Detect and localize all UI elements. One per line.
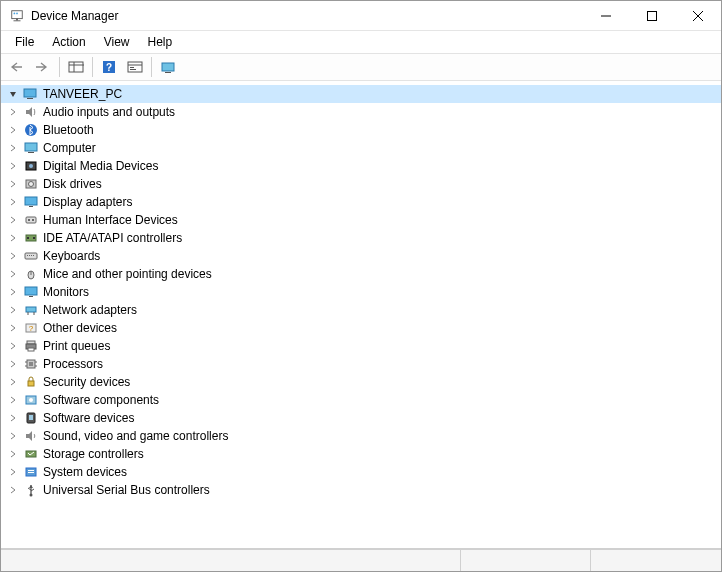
properties-button[interactable] [123, 56, 147, 78]
device-manager-icon [9, 8, 25, 24]
expander-closed-icon[interactable] [7, 358, 19, 370]
close-button[interactable] [675, 1, 721, 31]
svg-rect-6 [648, 11, 657, 20]
svg-rect-46 [26, 307, 36, 312]
device-category-node[interactable]: Bluetooth [1, 121, 721, 139]
forward-button[interactable] [31, 56, 55, 78]
back-button[interactable] [5, 56, 29, 78]
device-category-node[interactable]: Storage controllers [1, 445, 721, 463]
svg-rect-44 [25, 287, 37, 295]
expander-closed-icon[interactable] [7, 142, 19, 154]
expander-closed-icon[interactable] [7, 286, 19, 298]
expander-closed-icon[interactable] [7, 376, 19, 388]
expander-closed-icon[interactable] [7, 340, 19, 352]
expander-open-icon[interactable] [7, 88, 19, 100]
svg-point-26 [29, 164, 33, 168]
svg-rect-20 [24, 89, 36, 97]
scan-hardware-button[interactable] [156, 56, 180, 78]
device-category-node[interactable]: ?Other devices [1, 319, 721, 337]
network-icon [23, 302, 39, 318]
expander-closed-icon[interactable] [7, 196, 19, 208]
svg-rect-38 [27, 255, 28, 256]
expander-closed-icon[interactable] [7, 124, 19, 136]
device-category-label: Software components [43, 393, 159, 407]
expander-closed-icon[interactable] [7, 394, 19, 406]
root-label: TANVEER_PC [43, 87, 122, 101]
expander-closed-icon[interactable] [7, 232, 19, 244]
maximize-button[interactable] [629, 1, 675, 31]
device-category-label: Bluetooth [43, 123, 94, 137]
device-category-node[interactable]: Print queues [1, 337, 721, 355]
expander-closed-icon[interactable] [7, 412, 19, 424]
svg-rect-16 [130, 67, 134, 68]
expander-closed-icon[interactable] [7, 106, 19, 118]
expander-closed-icon[interactable] [7, 484, 19, 496]
svg-rect-53 [28, 348, 34, 351]
device-category-node[interactable]: Keyboards [1, 247, 721, 265]
expander-closed-icon[interactable] [7, 178, 19, 190]
device-category-label: Network adapters [43, 303, 137, 317]
device-category-node[interactable]: Sound, video and game controllers [1, 427, 721, 445]
help-button[interactable]: ? [97, 56, 121, 78]
device-category-node[interactable]: Mice and other pointing devices [1, 265, 721, 283]
device-category-node[interactable]: Processors [1, 355, 721, 373]
show-hide-tree-button[interactable] [64, 56, 88, 78]
device-category-label: IDE ATA/ATAPI controllers [43, 231, 182, 245]
other-icon: ? [23, 320, 39, 336]
device-category-node[interactable]: Audio inputs and outputs [1, 103, 721, 121]
device-category-node[interactable]: Disk drives [1, 175, 721, 193]
svg-rect-19 [165, 72, 171, 73]
device-category-node[interactable]: Monitors [1, 283, 721, 301]
device-manager-window: Device Manager File Action View Help ? [0, 0, 722, 572]
device-category-label: Digital Media Devices [43, 159, 158, 173]
monitor-icon [23, 284, 39, 300]
menu-file[interactable]: File [7, 33, 42, 51]
device-category-node[interactable]: Software devices [1, 409, 721, 427]
titlebar: Device Manager [1, 1, 721, 31]
device-category-node[interactable]: Computer [1, 139, 721, 157]
device-category-node[interactable]: System devices [1, 463, 721, 481]
minimize-button[interactable] [583, 1, 629, 31]
device-category-node[interactable]: Software components [1, 391, 721, 409]
root-node[interactable]: TANVEER_PC [1, 85, 721, 103]
device-category-label: Security devices [43, 375, 130, 389]
expander-closed-icon[interactable] [7, 448, 19, 460]
media-device-icon [23, 158, 39, 174]
expander-closed-icon[interactable] [7, 214, 19, 226]
device-category-node[interactable]: Digital Media Devices [1, 157, 721, 175]
menu-help[interactable]: Help [140, 33, 181, 51]
device-category-node[interactable]: IDE ATA/ATAPI controllers [1, 229, 721, 247]
device-category-node[interactable]: Universal Serial Bus controllers [1, 481, 721, 499]
disk-icon [23, 176, 39, 192]
expander-closed-icon[interactable] [7, 430, 19, 442]
toolbar-divider [151, 57, 152, 77]
svg-rect-40 [31, 255, 32, 256]
expander-closed-icon[interactable] [7, 160, 19, 172]
expander-closed-icon[interactable] [7, 304, 19, 316]
expander-closed-icon[interactable] [7, 250, 19, 262]
device-category-node[interactable]: Security devices [1, 373, 721, 391]
status-panel-right [591, 550, 721, 571]
device-category-label: Monitors [43, 285, 89, 299]
device-tree[interactable]: TANVEER_PC Audio inputs and outputsBluet… [1, 81, 721, 549]
device-category-node[interactable]: Display adapters [1, 193, 721, 211]
expander-closed-icon[interactable] [7, 466, 19, 478]
menu-view[interactable]: View [96, 33, 138, 51]
expander-closed-icon[interactable] [7, 268, 19, 280]
expander-closed-icon[interactable] [7, 322, 19, 334]
svg-rect-45 [29, 296, 33, 297]
ide-icon [23, 230, 39, 246]
svg-point-4 [16, 12, 18, 14]
printer-icon [23, 338, 39, 354]
device-category-node[interactable]: Network adapters [1, 301, 721, 319]
device-category-node[interactable]: Human Interface Devices [1, 211, 721, 229]
svg-rect-2 [16, 18, 18, 20]
svg-rect-60 [28, 381, 34, 386]
svg-rect-68 [28, 472, 34, 473]
svg-rect-29 [25, 197, 37, 205]
menu-action[interactable]: Action [44, 33, 93, 51]
svg-rect-36 [33, 237, 35, 239]
display-icon [23, 194, 39, 210]
device-category-label: Software devices [43, 411, 134, 425]
device-category-label: Storage controllers [43, 447, 144, 461]
